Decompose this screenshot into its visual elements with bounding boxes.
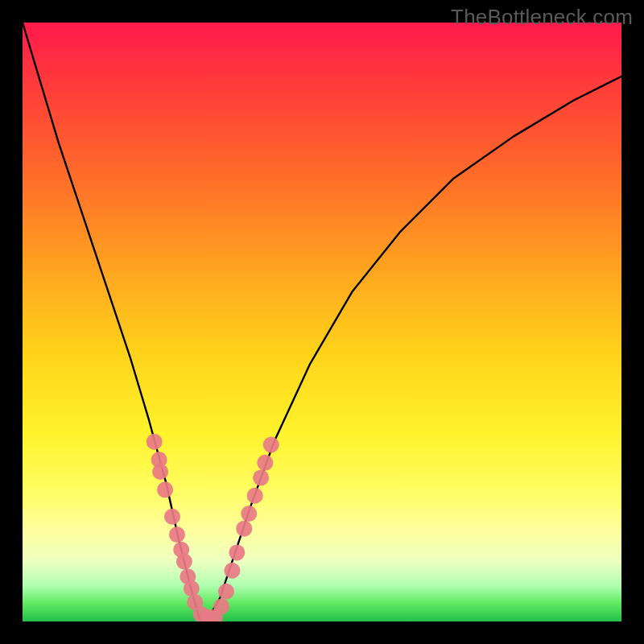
data-point: [157, 481, 173, 497]
data-point: [241, 506, 257, 522]
chart-svg: [23, 23, 621, 621]
data-point: [152, 464, 168, 480]
watermark-text: TheBottleneck.com: [451, 5, 633, 30]
plot-area: [23, 23, 621, 621]
data-point: [263, 437, 279, 453]
data-point: [224, 563, 240, 579]
curve-path: [23, 23, 621, 618]
data-point: [213, 598, 229, 614]
chart-frame: TheBottleneck.com: [0, 0, 644, 644]
data-point: [229, 544, 245, 560]
data-point: [253, 469, 269, 485]
data-point: [176, 554, 192, 570]
data-point: [257, 455, 273, 471]
bottleneck-curve: [23, 23, 621, 618]
data-point: [184, 580, 200, 597]
data-point: [147, 434, 163, 450]
data-point: [218, 584, 234, 600]
marker-group: [147, 434, 279, 621]
data-point: [247, 488, 263, 504]
data-point: [164, 509, 180, 525]
data-point: [236, 521, 252, 537]
data-point: [169, 526, 185, 543]
